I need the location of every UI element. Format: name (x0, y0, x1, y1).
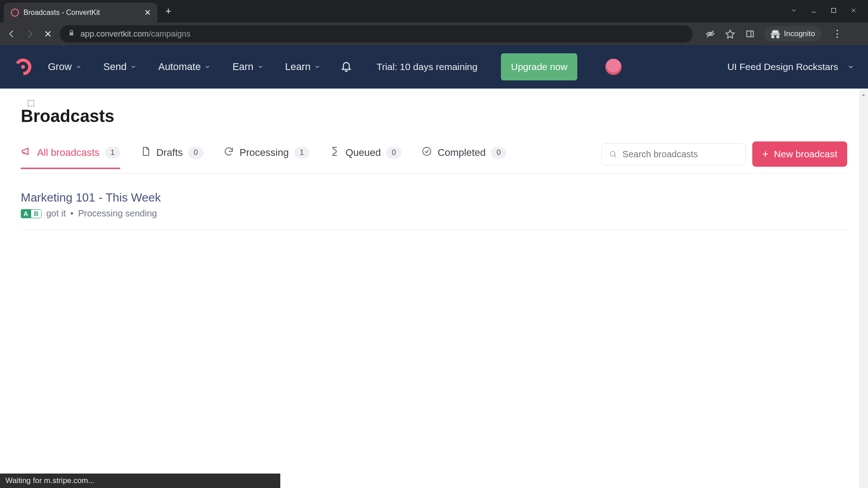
filter-count: 1 (105, 147, 120, 159)
filter-label: Processing (240, 147, 289, 159)
svg-marker-16 (862, 94, 865, 96)
check-circle-icon (421, 146, 432, 160)
broadcast-list: Marketing 101 - This Week AB got it • Pr… (21, 184, 847, 230)
filter-count: 0 (491, 147, 506, 159)
filter-count: 0 (386, 147, 401, 159)
upgrade-button[interactable]: Upgrade now (501, 53, 577, 80)
url-host: app.convertkit.com (80, 29, 149, 38)
browser-forward-button[interactable] (24, 28, 36, 40)
incognito-label: Incognito (784, 29, 815, 38)
side-panel-icon[interactable] (744, 28, 756, 40)
chevron-down-icon (130, 64, 137, 70)
chevron-down-icon (847, 63, 854, 70)
broadcast-row[interactable]: Marketing 101 - This Week AB got it • Pr… (21, 184, 847, 230)
svg-marker-8 (726, 30, 734, 38)
incognito-icon (770, 29, 780, 39)
primary-nav: Grow Send Automate Earn Learn (48, 61, 321, 73)
browser-status-bar: Waiting for m.stripe.com... (0, 474, 280, 488)
svg-line-7 (707, 31, 714, 38)
hourglass-icon (329, 146, 340, 160)
separator-dot: • (71, 208, 74, 219)
nav-earn[interactable]: Earn (232, 61, 263, 73)
page-body: ⬚ Broadcasts All broadcasts 1 Drafts 0 P… (0, 89, 868, 488)
nav-send[interactable]: Send (104, 61, 137, 73)
ab-test-badge: AB (21, 209, 42, 218)
plus-icon: + (762, 148, 769, 160)
filter-processing[interactable]: Processing 1 (223, 146, 309, 169)
search-input[interactable] (623, 149, 738, 160)
filter-label: All broadcasts (37, 147, 99, 159)
toolbar-actions: + New broadcast (601, 141, 847, 173)
tab-favicon (11, 9, 19, 17)
page-title: Broadcasts (21, 107, 847, 126)
broadcast-meta: AB got it • Processing sending (21, 208, 847, 219)
svg-line-15 (614, 155, 616, 157)
chevron-down-icon (204, 64, 211, 70)
browser-omnibox[interactable]: app.convertkit.com/campaigns (60, 25, 693, 42)
nav-grow[interactable]: Grow (48, 61, 82, 73)
browser-tab-strip: Broadcasts - ConvertKit ✕ + (0, 0, 868, 23)
svg-rect-1 (831, 8, 835, 12)
url-path: /campaigns (149, 29, 190, 38)
filters-toolbar: All broadcasts 1 Drafts 0 Processing 1 Q… (21, 141, 847, 174)
new-tab-button[interactable]: + (157, 5, 179, 17)
nav-learn[interactable]: Learn (285, 61, 321, 73)
tracking-protection-icon[interactable] (704, 28, 716, 40)
svg-point-12 (21, 65, 25, 69)
chevron-down-icon (314, 64, 321, 70)
incognito-badge[interactable]: Incognito (764, 26, 821, 42)
browser-address-bar: app.convertkit.com/campaigns Incognito ⋮ (0, 23, 868, 45)
search-icon (609, 150, 617, 159)
filter-count: 1 (294, 147, 309, 159)
window-maximize-icon[interactable] (830, 7, 837, 16)
filter-all-broadcasts[interactable]: All broadcasts 1 (21, 146, 120, 169)
app-viewport: Grow Send Automate Earn Learn Trial: 10 … (0, 45, 868, 488)
svg-point-14 (610, 151, 615, 156)
megaphone-icon (21, 146, 32, 160)
convertkit-logo[interactable] (14, 57, 33, 76)
window-minimize-icon[interactable] (810, 7, 817, 16)
scrollbar-track[interactable] (859, 90, 868, 488)
browser-tab[interactable]: Broadcasts - ConvertKit ✕ (4, 3, 157, 23)
chevron-down-icon (257, 64, 264, 70)
trial-status: Trial: 10 days remaining (377, 61, 477, 73)
nav-automate[interactable]: Automate (158, 61, 211, 73)
window-controls (790, 7, 868, 16)
avatar[interactable] (605, 59, 622, 75)
tab-search-icon[interactable] (790, 7, 797, 16)
filter-label: Queued (345, 147, 381, 159)
filter-tabs: All broadcasts 1 Drafts 0 Processing 1 Q… (21, 146, 583, 169)
new-broadcast-label: New broadcast (774, 149, 837, 160)
svg-point-13 (423, 147, 431, 155)
new-broadcast-button[interactable]: + New broadcast (752, 141, 847, 167)
search-box[interactable] (601, 143, 746, 165)
account-name: UI Feed Design Rockstars (727, 61, 838, 73)
filter-label: Drafts (156, 147, 183, 159)
filter-count: 0 (188, 147, 203, 159)
filter-drafts[interactable]: Drafts 0 (140, 146, 203, 169)
broadcast-subject: got it (46, 208, 66, 219)
filter-queued[interactable]: Queued 0 (329, 146, 401, 169)
notifications-bell-icon[interactable] (340, 60, 352, 74)
svg-rect-9 (747, 31, 754, 37)
broadcast-title: Marketing 101 - This Week (21, 191, 847, 205)
bookmark-star-icon[interactable] (724, 28, 736, 40)
refresh-icon (223, 146, 234, 160)
filter-label: Completed (438, 147, 486, 159)
lock-icon (68, 29, 75, 38)
cursor-artifact: ⬚ (27, 98, 35, 108)
file-icon (140, 146, 151, 160)
broadcast-status: Processing sending (78, 208, 157, 219)
browser-back-button[interactable] (5, 28, 18, 40)
tab-close-icon[interactable]: ✕ (144, 8, 151, 18)
browser-url: app.convertkit.com/campaigns (80, 29, 190, 39)
chevron-down-icon (75, 64, 82, 70)
app-header: Grow Send Automate Earn Learn Trial: 10 … (0, 45, 868, 89)
filter-completed[interactable]: Completed 0 (421, 146, 506, 169)
account-menu[interactable]: UI Feed Design Rockstars (727, 61, 854, 73)
browser-menu-icon[interactable]: ⋮ (830, 28, 845, 40)
scroll-up-icon[interactable] (859, 90, 868, 99)
browser-stop-button[interactable] (42, 28, 54, 40)
tab-title: Broadcasts - ConvertKit (24, 9, 140, 17)
window-close-icon[interactable] (850, 7, 857, 16)
